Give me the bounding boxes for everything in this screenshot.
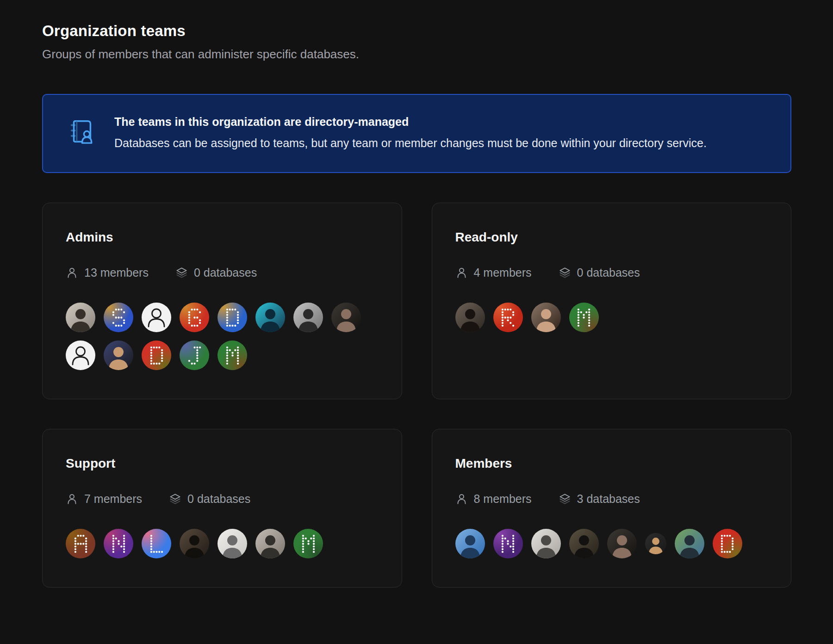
databases-count: 0 databases [577,266,640,279]
letter-avatar [218,341,247,370]
members-count: 7 members [84,492,142,506]
page-title: Organization teams [42,22,791,40]
default-avatar [142,303,171,332]
photo-avatar [675,529,704,558]
directory-managed-banner: The teams in this organization are direc… [42,94,791,173]
databases-count: 3 databases [577,492,640,506]
members-count: 8 members [474,492,532,506]
photo-avatar [331,303,361,332]
banner-text: The teams in this organization are direc… [114,115,707,152]
layers-icon [175,266,188,279]
organization-teams-page: Organization teams Groups of members tha… [0,0,833,588]
person-icon [455,266,468,279]
person-icon [455,493,468,505]
members-count: 13 members [84,266,149,279]
photo-avatar [569,529,599,558]
team-card[interactable]: Members 8 members [432,429,792,588]
photo-avatar [104,341,133,370]
letter-avatar [293,529,323,558]
team-name: Support [66,456,379,471]
team-card[interactable]: Admins 13 members [42,203,402,399]
photo-avatar [66,303,95,332]
team-stats: 8 members 3 databases [455,492,768,506]
team-stats: 13 members 0 databases [66,266,379,279]
banner-body: Databases can be assigned to teams, but … [114,134,707,152]
letter-avatar [66,529,95,558]
letter-avatar [180,341,209,370]
avatar-row [455,303,768,332]
letter-avatar [569,303,599,332]
team-stats: 4 members 0 databases [455,266,768,279]
members-stat: 8 members [455,492,532,506]
letter-avatar [180,303,209,332]
members-count: 4 members [474,266,532,279]
avatar-row [66,529,379,558]
members-stat: 4 members [455,266,532,279]
team-name: Read-only [455,230,768,245]
team-name: Admins [66,230,379,245]
letter-avatar [104,303,133,332]
databases-count: 0 databases [194,266,257,279]
teams-grid: Admins 13 members [42,203,791,588]
photo-avatar [455,529,485,558]
person-icon [66,493,78,505]
photo-avatar [645,533,666,554]
letter-avatar [713,529,742,558]
banner-title: The teams in this organization are direc… [114,115,707,129]
team-card[interactable]: Read-only 4 members [432,203,792,399]
letter-avatar [142,341,171,370]
members-stat: 13 members [66,266,149,279]
avatar-row [455,529,768,558]
photo-avatar [293,303,323,332]
photo-avatar [531,529,561,558]
databases-stat: 3 databases [559,492,640,506]
letter-avatar [142,529,171,558]
databases-stat: 0 databases [169,492,250,506]
photo-avatar [255,303,285,332]
photo-avatar [531,303,561,332]
team-stats: 7 members 0 databases [66,492,379,506]
databases-stat: 0 databases [559,266,640,279]
default-avatar [66,341,95,370]
databases-stat: 0 databases [175,266,257,279]
photo-avatar [180,529,209,558]
address-book-icon [67,117,96,146]
members-stat: 7 members [66,492,142,506]
layers-icon [559,266,571,279]
avatar-row [66,303,379,370]
photo-avatar [255,529,285,558]
databases-count: 0 databases [187,492,250,506]
person-icon [66,266,78,279]
photo-avatar [607,529,637,558]
letter-avatar [104,529,133,558]
letter-avatar [493,529,523,558]
layers-icon [169,493,181,505]
team-name: Members [455,456,768,471]
photo-avatar [455,303,485,332]
layers-icon [559,493,571,505]
photo-avatar [218,529,247,558]
page-subtitle: Groups of members that can administer sp… [42,47,791,62]
letter-avatar [218,303,247,332]
letter-avatar [493,303,523,332]
team-card[interactable]: Support 7 members [42,429,402,588]
